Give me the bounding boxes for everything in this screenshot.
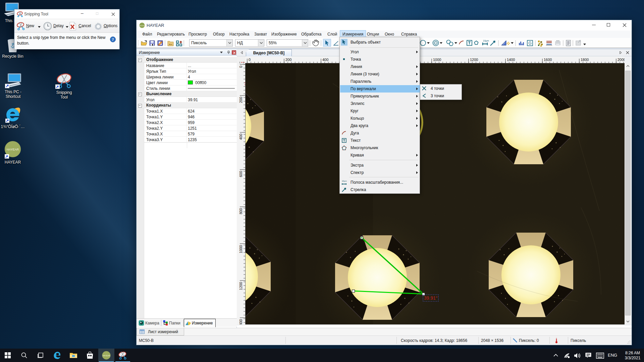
svg-text:?: ? (112, 37, 114, 42)
svg-text:1400: 1400 (507, 58, 515, 62)
svg-text:1000: 1000 (239, 245, 243, 253)
svg-text:0: 0 (239, 66, 243, 68)
svg-text:1200: 1200 (239, 282, 243, 290)
svg-text:1400: 1400 (239, 319, 243, 324)
svg-text:2000: 2000 (618, 58, 625, 62)
svg-text:200: 200 (239, 97, 243, 103)
svg-text:HAYEAR: HAYEAR (140, 25, 145, 26)
svg-text:10μm: 10μm (342, 180, 347, 182)
svg-text:1600: 1600 (544, 58, 552, 62)
svg-text:0: 0 (249, 58, 251, 62)
svg-text:10μm: 10μm (483, 40, 489, 42)
svg-text:1200: 1200 (470, 58, 478, 62)
svg-text:200: 200 (285, 58, 291, 62)
svg-text:G: G (529, 41, 532, 46)
svg-text:400: 400 (322, 58, 328, 62)
svg-text:HAYEAR: HAYEAR (7, 148, 19, 151)
svg-text:400: 400 (239, 134, 243, 140)
svg-text:1000: 1000 (433, 58, 441, 62)
svg-text:1800: 1800 (581, 58, 589, 62)
svg-text:600: 600 (239, 171, 243, 177)
svg-text:800: 800 (239, 208, 243, 214)
